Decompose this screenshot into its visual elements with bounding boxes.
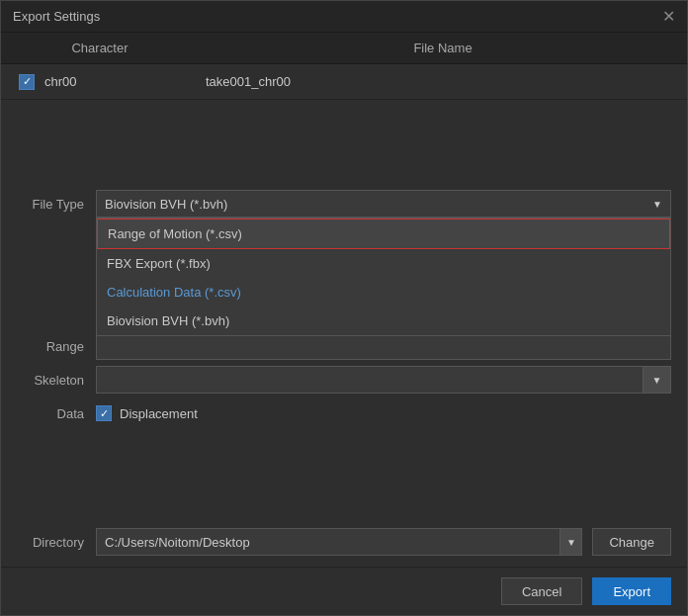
data-control: ✓ Displacement: [96, 405, 671, 421]
settings-section: File Type Biovision BVH (*.bvh) ▼ Range …: [1, 179, 687, 438]
bottom-spacer: [1, 438, 687, 513]
table-section: Character File Name ✓ chr00 take001_chr0…: [1, 33, 687, 100]
skeleton-control: ▼: [96, 366, 671, 394]
spacer-area: [1, 100, 687, 179]
footer: Cancel Export: [1, 567, 687, 615]
change-button[interactable]: Change: [592, 528, 671, 556]
data-check-icon: ✓: [100, 407, 109, 420]
table-row: ✓ chr00 take001_chr00: [1, 64, 687, 100]
check-icon: ✓: [23, 76, 32, 87]
window-title: Export Settings: [13, 9, 100, 24]
dropdown-item-bvh[interactable]: Biovision BVH (*.bvh): [97, 307, 670, 335]
directory-arrow-button[interactable]: ▼: [560, 528, 582, 556]
col-character-header: Character: [1, 41, 199, 55]
row-checkbox[interactable]: ✓: [19, 74, 35, 90]
data-label: Data: [17, 406, 96, 421]
skeleton-row: Skeleton ▼: [1, 363, 687, 396]
data-checkbox[interactable]: ✓: [96, 405, 112, 421]
directory-path: C:/Users/Noitom/Desktop: [105, 535, 250, 550]
skeleton-arrow-icon: ▼: [652, 375, 662, 386]
skeleton-dropdown-arrow-button[interactable]: ▼: [644, 366, 671, 394]
filetype-control: Biovision BVH (*.bvh) ▼ Range of Motion …: [96, 190, 671, 218]
directory-label: Directory: [17, 535, 96, 550]
data-row: Data ✓ Displacement: [1, 396, 687, 430]
data-checkbox-row: ✓ Displacement: [96, 405, 671, 421]
dropdown-item-rom[interactable]: Range of Motion (*.csv): [97, 219, 670, 249]
dropdown-item-calc[interactable]: Calculation Data (*.csv): [97, 278, 670, 307]
skeleton-label: Skeleton: [17, 373, 96, 388]
dropdown-item-fbx[interactable]: FBX Export (*.fbx): [97, 249, 670, 278]
dropdown-arrow-icon: ▼: [652, 199, 662, 210]
main-content: Character File Name ✓ chr00 take001_chr0…: [1, 33, 687, 615]
row-filename: take001_chr00: [198, 74, 679, 89]
range-dropdown[interactable]: [96, 332, 671, 360]
filetype-row: File Type Biovision BVH (*.bvh) ▼ Range …: [1, 187, 687, 220]
export-button[interactable]: Export: [592, 577, 671, 605]
filetype-dropdown[interactable]: Biovision BVH (*.bvh) ▼: [96, 190, 671, 218]
row-character: chr00: [44, 74, 198, 89]
range-control: [96, 332, 671, 360]
row-checkbox-col: ✓: [9, 74, 44, 90]
range-label: Range: [17, 339, 96, 354]
bottom-section: Directory C:/Users/Noitom/Desktop ▼ Chan…: [1, 513, 687, 567]
filetype-selected-value: Biovision BVH (*.bvh): [105, 197, 227, 212]
data-value-label: Displacement: [120, 406, 198, 421]
filetype-label: File Type: [17, 197, 96, 212]
directory-dropdown[interactable]: C:/Users/Noitom/Desktop: [96, 528, 560, 556]
table-header: Character File Name: [1, 33, 687, 64]
export-settings-window: Export Settings ✕ Character File Name ✓ …: [0, 0, 688, 616]
dir-arrow-icon: ▼: [566, 537, 576, 548]
title-bar: Export Settings ✕: [1, 1, 687, 33]
col-filename-header: File Name: [199, 41, 687, 55]
skeleton-dropdown[interactable]: [96, 366, 644, 394]
close-button[interactable]: ✕: [662, 9, 675, 25]
filetype-dropdown-menu: Range of Motion (*.csv) FBX Export (*.fb…: [96, 218, 671, 336]
cancel-button[interactable]: Cancel: [501, 577, 582, 605]
directory-row: Directory C:/Users/Noitom/Desktop ▼ Chan…: [1, 525, 687, 559]
